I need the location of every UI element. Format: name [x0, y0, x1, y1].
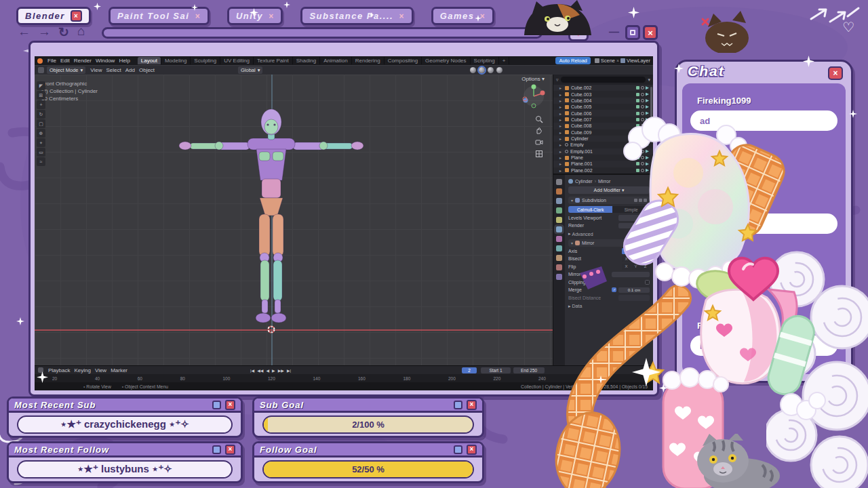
menu-item[interactable]: View — [88, 67, 104, 73]
material-shading-icon[interactable] — [488, 67, 494, 73]
extra-tool[interactable]: ≈ — [37, 157, 45, 166]
render-visibility-icon[interactable] — [646, 105, 649, 108]
timeline-menu-item[interactable]: Marker — [108, 367, 130, 373]
navigation-gizmo[interactable] — [519, 81, 549, 111]
expand-icon[interactable]: ▸ — [559, 92, 563, 97]
render-visibility-icon[interactable] — [646, 86, 649, 89]
solid-shading-icon[interactable] — [479, 67, 485, 73]
workspace-tab[interactable]: Scripting — [471, 57, 499, 64]
panel-window-icon[interactable] — [454, 445, 462, 454]
back-button[interactable]: ← — [18, 24, 31, 39]
viewport-3d[interactable]: Options ▾ Front Orthographic(2) Collecti… — [35, 75, 553, 365]
jump-start-button[interactable]: |◀ — [250, 368, 254, 373]
toggle-grid-icon[interactable] — [535, 150, 543, 158]
timeline-menu-item[interactable]: Playback — [46, 367, 72, 373]
minimize-button[interactable]: — — [609, 26, 619, 37]
workspace-tab[interactable]: Shading — [293, 57, 320, 64]
hide-viewport-icon[interactable] — [641, 105, 644, 108]
outliner-search[interactable] — [561, 77, 646, 83]
measure-tool[interactable]: ▭ — [37, 148, 45, 157]
workspace-tab[interactable]: Rendering — [352, 57, 384, 64]
hide-viewport-icon[interactable] — [641, 93, 644, 96]
transform-tool[interactable]: ⊕ — [37, 129, 45, 138]
workspace-tab[interactable]: Compositing — [384, 57, 422, 64]
outliner-options-icon[interactable]: ▾ — [648, 77, 650, 83]
blender-logo-icon[interactable] — [37, 58, 43, 64]
scale-tool[interactable]: ▢ — [37, 119, 45, 128]
panel-window-icon[interactable] — [454, 401, 462, 409]
browser-tab[interactable]: Games — [431, 7, 494, 25]
menu-item[interactable]: Object — [137, 67, 157, 73]
chat-close-icon[interactable]: × — [828, 66, 843, 80]
start-frame-field[interactable]: Start 1 — [481, 367, 511, 373]
panel-window-icon[interactable] — [212, 401, 221, 409]
menu-item[interactable]: Render — [72, 58, 94, 64]
filter-icon[interactable]: ▿ — [556, 77, 559, 83]
workspace-tab[interactable]: Layout — [138, 57, 161, 64]
select-tool[interactable]: ◤ — [37, 81, 45, 90]
expand-icon[interactable]: ▸ — [559, 104, 563, 109]
workspace-tab[interactable]: Texture Paint — [254, 57, 293, 64]
panel-close-icon[interactable]: × — [467, 400, 477, 410]
render-visibility-icon[interactable] — [646, 99, 649, 102]
workspace-tab[interactable]: Modeling — [161, 57, 191, 64]
maximize-button[interactable] — [625, 25, 640, 40]
workspace-tab[interactable]: + — [499, 57, 510, 64]
orientation-dropdown[interactable]: Global ▾ — [238, 66, 262, 74]
current-frame-field[interactable]: 2 — [462, 367, 477, 373]
menu-item[interactable]: Select — [104, 67, 123, 73]
tab-close-icon[interactable] — [71, 10, 82, 22]
prev-keyframe-button[interactable]: ◀◀ — [257, 368, 263, 373]
outliner-row[interactable]: ▸ Cube.004 — [553, 98, 653, 104]
scene-clear-icon[interactable]: × — [616, 58, 619, 63]
selectable-icon[interactable] — [636, 105, 639, 108]
menu-item[interactable]: Help — [117, 58, 132, 64]
play-reverse-button[interactable]: ◀ — [266, 368, 269, 373]
refresh-button[interactable]: ↻ — [58, 24, 69, 40]
timeline-menu-item[interactable]: Keying — [72, 367, 92, 373]
scene-selector[interactable]: Scene — [601, 58, 615, 64]
expand-icon[interactable]: ▸ — [559, 85, 563, 90]
rotate-tool[interactable]: ↻ — [37, 110, 45, 119]
hide-viewport-icon[interactable] — [641, 99, 644, 102]
browser-tab[interactable]: Blender — [16, 7, 91, 25]
end-frame-field[interactable]: End 250 — [513, 367, 545, 373]
tab-close-icon[interactable] — [399, 11, 405, 21]
jump-end-button[interactable]: ▶| — [287, 368, 291, 373]
workspace-tab[interactable]: Sculpting — [191, 57, 220, 64]
camera-view-icon[interactable] — [535, 138, 543, 146]
menu-item[interactable]: Edit — [58, 58, 72, 64]
selectable-icon[interactable] — [636, 93, 639, 96]
panel-close-icon[interactable]: × — [467, 445, 477, 455]
tab-close-icon[interactable] — [269, 11, 275, 21]
browser-tab[interactable]: Unity — [227, 7, 283, 25]
mode-dropdown[interactable]: Object Mode ▾ — [47, 66, 85, 74]
viewlayer-selector[interactable]: ViewLayer — [627, 58, 650, 64]
timeline-menu-item[interactable]: View — [93, 367, 108, 373]
timeline-editor-icon[interactable] — [38, 367, 43, 373]
workspace-tab[interactable]: Animation — [320, 57, 352, 64]
auto-reload-button[interactable]: Auto Reload — [555, 57, 590, 64]
home-button[interactable]: ⌂ — [77, 24, 85, 39]
annotate-tool[interactable]: ⌖ — [37, 138, 45, 147]
rendered-shading-icon[interactable] — [496, 67, 502, 73]
tab-close-icon[interactable] — [195, 11, 201, 21]
render-visibility-icon[interactable] — [646, 93, 649, 96]
play-button[interactable]: ▶ — [272, 368, 275, 373]
menu-item[interactable]: Add — [123, 67, 137, 73]
hide-viewport-icon[interactable] — [641, 86, 644, 89]
menu-item[interactable]: File — [45, 58, 58, 64]
workspace-tab[interactable]: UV Editing — [220, 57, 254, 64]
workspace-tab[interactable]: Geometry Nodes — [422, 57, 470, 64]
selectable-icon[interactable] — [636, 86, 639, 89]
tab-close-icon[interactable] — [480, 11, 486, 21]
browser-tab[interactable]: Substance Pa.... — [300, 7, 413, 25]
close-button[interactable]: × — [643, 25, 658, 40]
panel-close-icon[interactable]: × — [225, 445, 235, 455]
box-select-tool[interactable]: ⊞ — [37, 91, 45, 100]
tab-shelf[interactable] — [102, 27, 542, 39]
shading-mode-buttons[interactable] — [470, 67, 502, 73]
outliner-row[interactable]: ▸ Cube.002 — [553, 85, 653, 91]
editor-type-icon[interactable] — [38, 67, 44, 73]
expand-icon[interactable]: ▸ — [559, 98, 563, 103]
